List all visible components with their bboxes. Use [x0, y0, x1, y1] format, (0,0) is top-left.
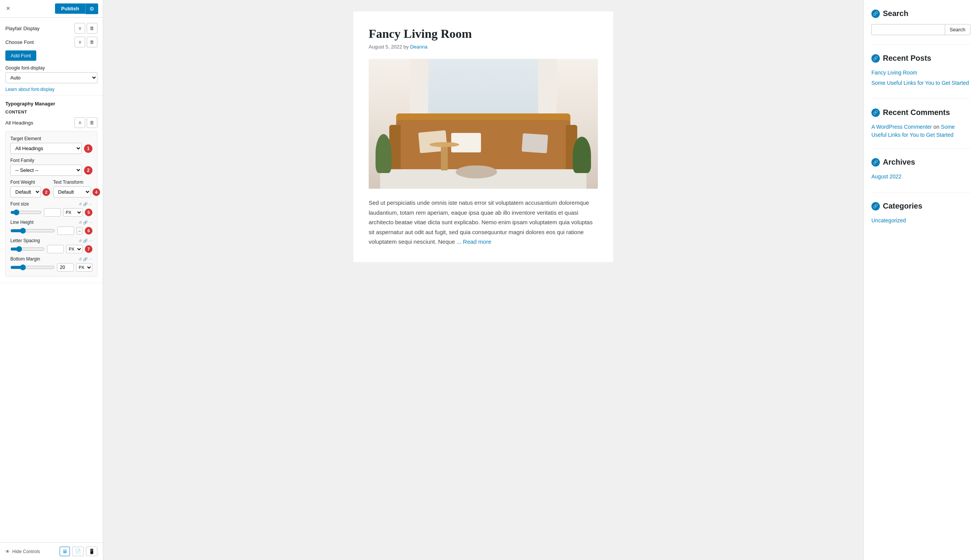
- recent-posts-title: 🔗 Recent Posts: [871, 54, 970, 63]
- content-section-title: CONTENT: [5, 110, 97, 114]
- font-family-select[interactable]: -- Select --: [10, 165, 82, 176]
- close-button[interactable]: ×: [5, 3, 12, 14]
- line-height-reset-icon[interactable]: ↺: [79, 220, 82, 225]
- text-transform-input-row: Default uppercaselowercasecapitalize 4: [53, 187, 100, 197]
- font2-label: Choose Font: [5, 39, 33, 45]
- heading-expand-btn[interactable]: ∧: [75, 117, 85, 128]
- line-height-slider[interactable]: [10, 228, 55, 234]
- font-weight-input-row: Default 100400700 2: [10, 187, 50, 197]
- desktop-view-button[interactable]: 🖥: [60, 547, 70, 556]
- right-sidebar: 🔗 Search Search 🔗 Recent Posts Fancy Liv…: [863, 0, 978, 560]
- search-input[interactable]: [871, 24, 945, 35]
- post-title: Fancy Living Room: [369, 27, 598, 41]
- left-panel: × Publish ⚙ Playfair Display ∨ 🗑 Choose …: [0, 0, 103, 560]
- font1-controls: ∨ 🗑: [75, 23, 97, 33]
- bottom-margin-slider[interactable]: [10, 264, 55, 270]
- post-excerpt: Sed ut perspiciatis unde omnis iste natu…: [369, 198, 598, 247]
- letter-spacing-slider[interactable]: [10, 246, 45, 252]
- eye-icon: 👁: [5, 549, 10, 554]
- target-element-row: All Headings H1H2H3 1: [10, 143, 92, 154]
- google-font-display-select[interactable]: Auto Block Swap Fallback Optional: [5, 72, 97, 83]
- font1-expand-btn[interactable]: ∨: [75, 23, 85, 33]
- step-6-indicator: 6: [85, 227, 92, 235]
- letter-spacing-unit-select[interactable]: PXEM: [66, 245, 83, 253]
- tablet-view-button[interactable]: 📄: [72, 547, 84, 556]
- search-widget-title: 🔗 Search: [871, 9, 970, 18]
- step-5-indicator: 5: [85, 208, 92, 216]
- line-height-more-icon[interactable]: ⋯: [88, 220, 92, 225]
- line-height-input[interactable]: [57, 227, 74, 235]
- letter-spacing-icons: ↺ 🔗 ⋯: [79, 239, 92, 243]
- font-size-reset-icon[interactable]: ↺: [79, 202, 82, 206]
- font-weight-select[interactable]: Default 100400700: [10, 187, 41, 197]
- commenter-link[interactable]: A WordPress Commenter: [871, 124, 932, 130]
- font-family-row: -- Select -- 2: [10, 165, 92, 176]
- comment-on-label: on: [933, 124, 941, 130]
- bottom-margin-more-icon[interactable]: ⋯: [88, 257, 92, 261]
- letter-spacing-label: Letter Spacing: [10, 238, 40, 243]
- bottom-margin-reset-icon[interactable]: ↺: [79, 257, 82, 261]
- bottom-margin-header: Bottom Margin ↺ 🔗 ⋯: [10, 256, 92, 262]
- hide-controls-button[interactable]: 👁 Hide Controls: [5, 549, 40, 554]
- read-more-link[interactable]: Read more: [463, 238, 491, 245]
- learn-font-display-link[interactable]: Learn about font-display: [5, 87, 55, 92]
- publish-button[interactable]: Publish: [55, 3, 85, 14]
- font2-expand-btn[interactable]: ∨: [75, 37, 85, 47]
- recent-post-2-link[interactable]: Some Useful Links for You to Get Started: [871, 79, 970, 87]
- letter-spacing-reset-icon[interactable]: ↺: [79, 239, 82, 243]
- font-size-slider[interactable]: [10, 209, 42, 215]
- target-element-select[interactable]: All Headings H1H2H3: [10, 143, 82, 154]
- font-family-group: Font Family -- Select -- 2: [10, 158, 92, 176]
- recent-posts-widget: 🔗 Recent Posts Fancy Living Room Some Us…: [871, 54, 970, 99]
- top-bar: × Publish ⚙: [0, 0, 103, 18]
- letter-spacing-more-icon[interactable]: ⋯: [88, 239, 92, 243]
- recent-post-1-link[interactable]: Fancy Living Room: [871, 69, 970, 77]
- letter-spacing-input[interactable]: [47, 245, 64, 253]
- letter-spacing-link-icon[interactable]: 🔗: [83, 239, 87, 243]
- search-submit-button[interactable]: Search: [945, 24, 970, 35]
- text-transform-select[interactable]: Default uppercaselowercasecapitalize: [53, 187, 91, 197]
- bottom-margin-icons: ↺ 🔗 ⋯: [79, 257, 92, 261]
- mobile-view-button[interactable]: 📱: [86, 547, 97, 556]
- font-size-group: Font size ↺ 🔗 ⋯ PXEMREM 5: [10, 201, 92, 217]
- font-size-link-icon[interactable]: 🔗: [83, 202, 87, 206]
- bottom-margin-input[interactable]: [57, 263, 74, 272]
- add-font-button[interactable]: Add Font: [5, 50, 36, 61]
- heading-delete-btn[interactable]: 🗑: [87, 117, 97, 128]
- comment-text: A WordPress Commenter on Some Useful Lin…: [871, 123, 970, 139]
- all-headings-row: All Headings ∧ 🗑: [5, 117, 97, 128]
- bottom-margin-link-icon[interactable]: 🔗: [83, 257, 87, 261]
- side-table: [433, 142, 456, 171]
- bottom-margin-unit-select[interactable]: PXEM: [76, 263, 92, 272]
- letter-spacing-group: Letter Spacing ↺ 🔗 ⋯ PXEM 7: [10, 238, 92, 253]
- categories-title-text: Categories: [883, 202, 922, 210]
- font1-delete-btn[interactable]: 🗑: [87, 23, 97, 33]
- search-widget-icon: 🔗: [871, 10, 880, 18]
- post-author-link[interactable]: Deanna: [410, 44, 428, 50]
- recent-comments-title-text: Recent Comments: [883, 108, 950, 117]
- line-height-label: Line Height: [10, 220, 33, 225]
- font1-label: Playfair Display: [5, 26, 40, 31]
- font2-row: Choose Font ∨ 🗑: [5, 37, 97, 47]
- categories-widget: 🔗 Categories Uncategorized: [871, 202, 970, 236]
- text-transform-group: Text Transform Default uppercaselowercas…: [53, 180, 100, 197]
- step-4-indicator: 4: [92, 188, 100, 196]
- font-size-more-icon[interactable]: ⋯: [88, 202, 92, 206]
- hide-controls-label: Hide Controls: [12, 549, 40, 554]
- font-size-input[interactable]: [44, 208, 61, 217]
- publish-settings-button[interactable]: ⚙: [85, 3, 98, 14]
- recent-comments-widget: 🔗 Recent Comments A WordPress Commenter …: [871, 108, 970, 148]
- font-size-unit-select[interactable]: PXEMREM: [63, 208, 83, 217]
- line-height-header: Line Height ↺ 🔗 ⋯: [10, 220, 92, 225]
- line-height-controls: – 6: [10, 227, 92, 235]
- search-input-row: Search: [871, 24, 970, 35]
- font-size-controls: PXEMREM 5: [10, 208, 92, 217]
- post-featured-image: [369, 59, 598, 189]
- bottom-margin-label: Bottom Margin: [10, 256, 40, 262]
- category-uncategorized-link[interactable]: Uncategorized: [871, 217, 970, 225]
- recent-posts-icon: 🔗: [871, 54, 880, 63]
- categories-icon: 🔗: [871, 202, 880, 210]
- font2-delete-btn[interactable]: 🗑: [87, 37, 97, 47]
- line-height-link-icon[interactable]: 🔗: [83, 220, 87, 225]
- archive-august-2022-link[interactable]: August 2022: [871, 173, 970, 181]
